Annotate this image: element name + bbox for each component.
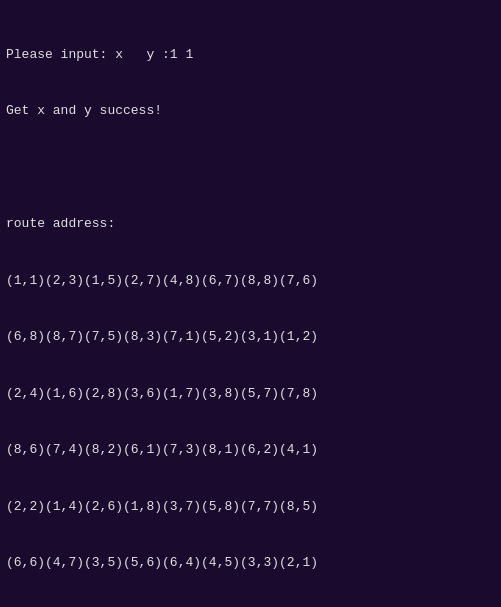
terminal-window: Please input: x y :1 1 Get x and y succe… xyxy=(0,0,501,607)
route-addr-4: (2,2)(1,4)(2,6)(1,8)(3,7)(5,8)(7,7)(8,5) xyxy=(6,498,495,517)
route-addr-1: (6,8)(8,7)(7,5)(8,3)(7,1)(5,2)(3,1)(1,2) xyxy=(6,328,495,347)
route-addr-0: (1,1)(2,3)(1,5)(2,7)(4,8)(6,7)(8,8)(7,6) xyxy=(6,272,495,291)
route-addr-2: (2,4)(1,6)(2,8)(3,6)(1,7)(3,8)(5,7)(7,8) xyxy=(6,385,495,404)
route-address-label: route address: xyxy=(6,215,495,234)
route-addr-3: (8,6)(7,4)(8,2)(6,1)(7,3)(8,1)(6,2)(4,1) xyxy=(6,441,495,460)
blank-line-1 xyxy=(6,159,495,178)
route-addr-5: (6,6)(4,7)(3,5)(5,6)(6,4)(4,5)(3,3)(2,1) xyxy=(6,554,495,573)
prompt-line: Please input: x y :1 1 xyxy=(6,46,495,65)
success-line: Get x and y success! xyxy=(6,102,495,121)
